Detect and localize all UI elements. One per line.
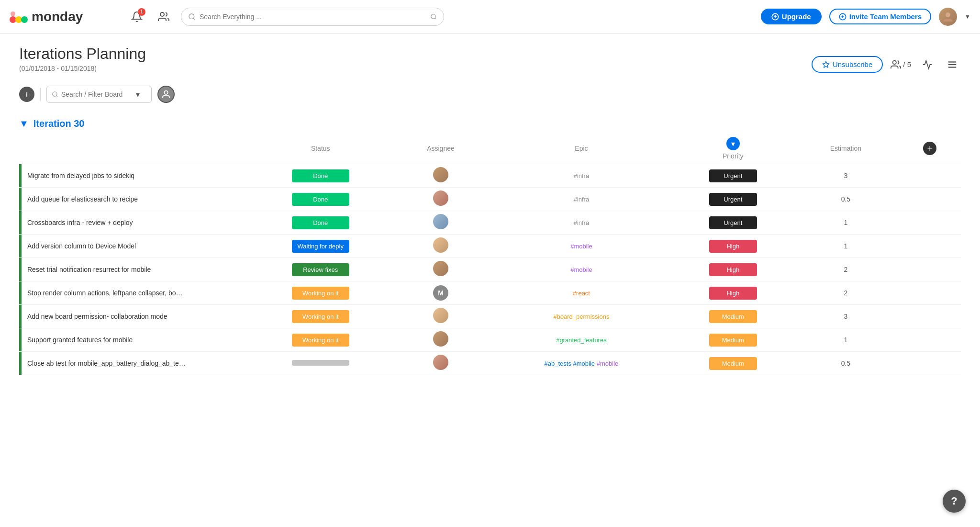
col-status: Status (249, 133, 392, 164)
task-name-cell[interactable]: Crossboards infra - review + deploy (19, 211, 249, 235)
upgrade-button[interactable]: Upgrade (761, 9, 822, 24)
priority-cell[interactable]: High (673, 258, 792, 281)
epic-cell[interactable]: #react (489, 281, 673, 305)
task-name-cell[interactable]: Reset trial notification resurrect for m… (19, 258, 249, 281)
assignee-cell[interactable] (392, 235, 489, 258)
status-cell[interactable]: Done (249, 211, 392, 235)
priority-badge: Medium (709, 310, 757, 323)
epic-cell[interactable]: #infra (489, 188, 673, 211)
assignee-cell[interactable] (392, 211, 489, 235)
svg-marker-14 (823, 61, 829, 67)
priority-badge: High (709, 240, 757, 253)
row-actions-cell (899, 235, 961, 258)
priority-cell[interactable]: Medium (673, 328, 792, 352)
status-badge: Working on it (292, 287, 349, 300)
menu-button[interactable] (944, 56, 961, 73)
estimation-cell: 1 (792, 328, 899, 352)
epic-label: #infra (574, 172, 590, 179)
epic-cell[interactable]: #granted_features (489, 328, 673, 352)
col-add: + (899, 133, 961, 164)
assignee-cell[interactable] (392, 328, 489, 352)
epic-cell[interactable]: #infra (489, 164, 673, 188)
epic-cell[interactable]: #mobile (489, 258, 673, 281)
task-name-cell[interactable]: Add version column to Device Model (19, 235, 249, 258)
col-epic: Epic (489, 133, 673, 164)
epic-cell[interactable]: #infra (489, 211, 673, 235)
table-row: Support granted features for mobileWorki… (19, 328, 961, 352)
team-icon-button[interactable] (154, 7, 173, 26)
task-name: Add queue for elasticsearch to recipe (22, 195, 144, 203)
page-title: Iterations Planning (19, 45, 146, 63)
status-cell[interactable] (249, 352, 392, 375)
epic-label: #board_permissions (553, 313, 609, 320)
priority-cell[interactable]: High (673, 235, 792, 258)
priority-cell[interactable]: Medium (673, 305, 792, 328)
info-button[interactable]: i (19, 87, 34, 102)
filter-search[interactable]: ▾ (46, 86, 152, 103)
svg-line-6 (193, 18, 195, 20)
priority-cell[interactable]: Urgent (673, 188, 792, 211)
status-cell[interactable]: Done (249, 188, 392, 211)
assignee-cell[interactable] (392, 305, 489, 328)
svg-point-19 (53, 92, 57, 96)
status-cell[interactable]: Working on it (249, 281, 392, 305)
filter-dropdown-arrow[interactable]: ▾ (136, 90, 140, 99)
estimation-cell: 0.5 (792, 352, 899, 375)
task-name-cell[interactable]: Stop render column actions, leftpane col… (19, 281, 249, 305)
col-estimation: Estimation (792, 133, 899, 164)
avatar-chevron[interactable]: ▼ (965, 13, 970, 20)
priority-cell[interactable]: Medium (673, 352, 792, 375)
task-name-cell[interactable]: Migrate from delayed jobs to sidekiq (19, 164, 249, 188)
status-badge: Done (292, 216, 349, 229)
assignee-cell[interactable] (392, 188, 489, 211)
row-actions-cell (899, 352, 961, 375)
table-row: Migrate from delayed jobs to sidekiqDone… (19, 164, 961, 188)
task-name-cell[interactable]: Close ab test for mobile_app_battery_dia… (19, 352, 249, 375)
assignee-cell[interactable] (392, 258, 489, 281)
status-badge: Working on it (292, 334, 349, 347)
assignee-avatar (433, 261, 448, 276)
add-column-button[interactable]: + (923, 142, 936, 155)
members-badge[interactable]: / 5 (891, 59, 911, 70)
status-cell[interactable]: Review fixes (249, 258, 392, 281)
iteration-toggle[interactable]: ▼ (19, 118, 29, 129)
status-cell[interactable]: Done (249, 164, 392, 188)
assignee-filter-avatar[interactable] (157, 86, 175, 103)
svg-point-13 (946, 12, 950, 17)
invite-button[interactable]: Invite Team Members (829, 9, 931, 24)
main-content: Iterations Planning (01/01/2018 - 01/15/… (0, 34, 980, 387)
svg-line-20 (56, 96, 58, 97)
task-name-cell[interactable]: Add queue for elasticsearch to recipe (19, 188, 249, 211)
assignee-cell[interactable] (392, 352, 489, 375)
priority-badge: High (709, 287, 757, 300)
svg-line-8 (435, 18, 436, 19)
priority-cell[interactable]: High (673, 281, 792, 305)
assignee-cell[interactable] (392, 164, 489, 188)
epic-cell[interactable]: #ab_tests #mobile #mobile (489, 352, 673, 375)
status-cell[interactable]: Working on it (249, 305, 392, 328)
table-row: Add version column to Device ModelWaitin… (19, 235, 961, 258)
priority-sort-arrow[interactable]: ▾ (726, 137, 740, 150)
filter-input[interactable] (61, 90, 133, 98)
task-name: Support granted features for mobile (22, 336, 138, 344)
unsubscribe-label: Unsubscribe (833, 60, 872, 68)
status-cell[interactable]: Waiting for deply (249, 235, 392, 258)
task-name-cell[interactable]: Add new board permission- collaboration … (19, 305, 249, 328)
unsubscribe-button[interactable]: Unsubscribe (812, 56, 883, 73)
priority-cell[interactable]: Urgent (673, 164, 792, 188)
notifications-button[interactable]: 1 (127, 7, 146, 26)
activity-button[interactable] (919, 56, 936, 73)
epic-cell[interactable]: #mobile (489, 235, 673, 258)
status-badge (292, 360, 349, 366)
user-avatar[interactable] (939, 8, 957, 26)
priority-cell[interactable]: Urgent (673, 211, 792, 235)
status-cell[interactable]: Working on it (249, 328, 392, 352)
epic-cell[interactable]: #board_permissions (489, 305, 673, 328)
table-header-row: Status Assignee Epic ▾ Priority Estimati… (19, 133, 961, 164)
search-input[interactable] (200, 13, 426, 21)
epic-label: #mobile (570, 243, 592, 250)
task-name-cell[interactable]: Support granted features for mobile (19, 328, 249, 352)
assignee-cell[interactable]: M (392, 281, 489, 305)
task-name: Close ab test for mobile_app_battery_dia… (22, 359, 191, 367)
search-bar[interactable] (181, 8, 444, 26)
